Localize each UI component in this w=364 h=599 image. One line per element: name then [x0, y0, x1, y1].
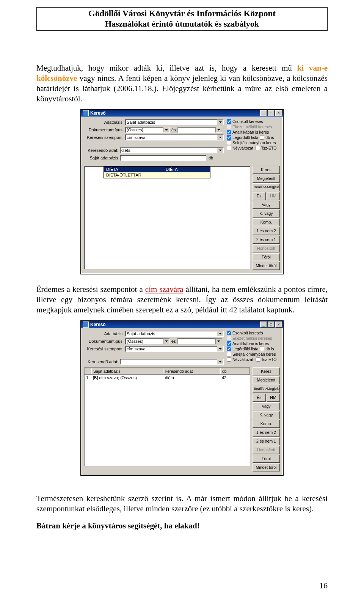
chevron-down-icon[interactable]: [217, 346, 223, 352]
results-table-panel: Saját adatbázis keresendő adat db 1. [B]…: [84, 367, 250, 466]
chk-csonkolt[interactable]: [227, 331, 231, 335]
input-keresendo[interactable]: diéta: [120, 147, 224, 153]
esnem2-button[interactable]: 1 és nem 2: [253, 429, 280, 437]
honositott-button: Honosított: [253, 446, 280, 454]
combo-szempont[interactable]: cím szava: [125, 134, 224, 140]
paragraph-2: Érdemes a keresési szempontot a cím szav…: [36, 284, 328, 315]
megjelenit-button[interactable]: Megjelenít: [253, 175, 280, 183]
chk-dbis[interactable]: [260, 347, 264, 351]
close-button[interactable]: ×: [275, 322, 282, 328]
esnem1-button[interactable]: 2 és nem 1: [253, 236, 280, 244]
chevron-down-icon[interactable]: [217, 331, 223, 336]
dropdown-option[interactable]: DIÉTA-ÖTLETTÁR: [104, 172, 210, 178]
close-button[interactable]: ×: [275, 110, 282, 116]
chk-csonkolt[interactable]: [227, 119, 231, 124]
chk-dbis[interactable]: [260, 135, 264, 140]
app-icon: [83, 322, 89, 328]
search-window-2: Kereső _ □ × Adatbázis: Saját adatbázis …: [80, 320, 284, 476]
suggestion-dropdown[interactable]: DIÉTA DIÉTA DIÉTA-ÖTLETTÁR: [104, 166, 210, 178]
esnem2-button[interactable]: 1 és nem 2: [253, 227, 280, 235]
chevron-down-icon[interactable]: [215, 339, 222, 344]
app-icon: [83, 110, 89, 116]
action-button-column: Keres Megjelenít Beállít->Megjelenít ÉsH…: [253, 367, 280, 472]
chk-selejt[interactable]: [227, 352, 231, 356]
chevron-down-icon[interactable]: [163, 127, 169, 132]
combo-doktipus-2[interactable]: [177, 127, 222, 133]
search-options: Csonkolt keresés Ékezet nélküli keresés …: [224, 330, 280, 366]
chevron-down-icon[interactable]: [163, 339, 169, 344]
kvagy-button[interactable]: K. vagy: [253, 411, 280, 419]
combo-doktipus-2[interactable]: [177, 338, 222, 344]
chk-analitikaban[interactable]: [227, 130, 231, 134]
minimize-button[interactable]: _: [260, 110, 267, 116]
input-keresendo[interactable]: [120, 359, 224, 365]
combo-szempont[interactable]: cím szava: [125, 346, 224, 352]
mindet-button[interactable]: Mindet töröl: [253, 463, 280, 471]
vagy-button[interactable]: Vagy: [253, 201, 280, 209]
torol-button[interactable]: Töröl: [253, 455, 280, 463]
hm-button[interactable]: HM: [267, 394, 280, 402]
input-sajat[interactable]: [120, 155, 206, 161]
chevron-down-icon[interactable]: [217, 359, 223, 364]
minimize-button[interactable]: _: [260, 322, 267, 328]
vagy-button[interactable]: Vagy: [253, 402, 280, 410]
paragraph-1: Megtudhatjuk, hogy mikor adták ki, illet…: [36, 63, 328, 104]
torol-button[interactable]: Töröl: [253, 253, 280, 261]
header-line-1: Gödöllői Városi Könyvtár és Információs …: [39, 8, 325, 19]
honositott-button: Honosított: [253, 244, 280, 252]
titlebar[interactable]: Kereső _ □ ×: [81, 110, 283, 117]
search-window-1: Kereső _ □ × Adatbázis: Saját adatbázis …: [80, 109, 284, 274]
chk-legordulo[interactable]: [227, 135, 231, 140]
chk-tsz[interactable]: [256, 146, 260, 150]
combo-adatbazis[interactable]: Saját adatbázis: [125, 119, 224, 125]
titlebar[interactable]: Kereső _ □ ×: [81, 321, 283, 328]
chevron-down-icon[interactable]: [217, 120, 223, 125]
window-title: Kereső: [90, 110, 259, 116]
document-header: Gödöllői Városi Könyvtár és Információs …: [36, 7, 328, 31]
hm-button: HM: [267, 192, 280, 200]
results-panel[interactable]: DIÉTA DIÉTA DIÉTA-ÖTLETTÁR: [84, 166, 250, 269]
label-szempont: Keresési szempont:: [84, 347, 124, 351]
esnem1-button[interactable]: 2 és nem 1: [253, 437, 280, 445]
beallit-button[interactable]: Beállít->Megjelenít: [253, 385, 280, 393]
kvagy-button[interactable]: K. vagy: [253, 210, 280, 218]
maximize-button[interactable]: □: [268, 322, 275, 328]
th-col3[interactable]: db: [220, 368, 250, 374]
paragraph-3: Természetesen kereshetünk szerző szerint…: [36, 493, 328, 514]
chevron-down-icon[interactable]: [217, 148, 223, 153]
label-szempont: Keresési szempont:: [84, 135, 124, 140]
beallit-button[interactable]: Beállít->Megjelenít: [253, 183, 280, 191]
combo-doktipus[interactable]: (Összes): [125, 127, 170, 133]
combo-adatbazis[interactable]: Saját adatbázis: [125, 331, 224, 337]
chk-tsz[interactable]: [256, 357, 260, 362]
header-line-2: Használókat érintő útmutatók és szabályo…: [39, 19, 325, 29]
es-button[interactable]: És: [253, 192, 266, 200]
chk-nevvaltozat[interactable]: [227, 357, 231, 362]
label-doktipus: Dokumentumtípus:: [84, 339, 124, 344]
chk-ekezet: [227, 125, 231, 129]
chk-analitikaban[interactable]: [227, 341, 231, 346]
paragraph-4: Bátran kérje a könyvtáros segítségét, ha…: [36, 521, 328, 531]
es-button[interactable]: És: [253, 394, 266, 402]
dropdown-option[interactable]: DIÉTA DIÉTA: [104, 167, 210, 172]
combo-doktipus[interactable]: (Összes): [125, 338, 170, 344]
highlight-cim-szava: cím szavára: [145, 285, 184, 294]
chk-selejt[interactable]: [227, 140, 231, 145]
table-header-row: Saját adatbázis keresendő adat db: [85, 368, 250, 375]
keres-button[interactable]: Keres: [253, 166, 280, 174]
chk-legordulo[interactable]: [227, 347, 231, 351]
chevron-down-icon[interactable]: [215, 127, 222, 132]
th-col2[interactable]: keresendő adat: [163, 368, 220, 374]
label-keresendo: Keresendő adat:: [84, 148, 118, 153]
th-col1[interactable]: Saját adatbázis: [91, 368, 163, 374]
komp-button[interactable]: Komp.: [253, 218, 280, 226]
table-row[interactable]: 1. [B] cím szava; (Összes) diéta 42: [85, 375, 250, 381]
maximize-button[interactable]: □: [268, 110, 275, 116]
mindet-button[interactable]: Mindet töröl: [253, 262, 280, 270]
chk-nevvaltozat[interactable]: [227, 146, 231, 150]
keres-button[interactable]: Keres: [253, 367, 280, 375]
action-button-column: Keres Megjelenít Beállít->Megjelenít ÉsH…: [253, 166, 280, 271]
chevron-down-icon[interactable]: [217, 135, 223, 140]
megjelenit-button[interactable]: Megjelenít: [253, 376, 280, 384]
komp-button[interactable]: Komp.: [253, 420, 280, 428]
